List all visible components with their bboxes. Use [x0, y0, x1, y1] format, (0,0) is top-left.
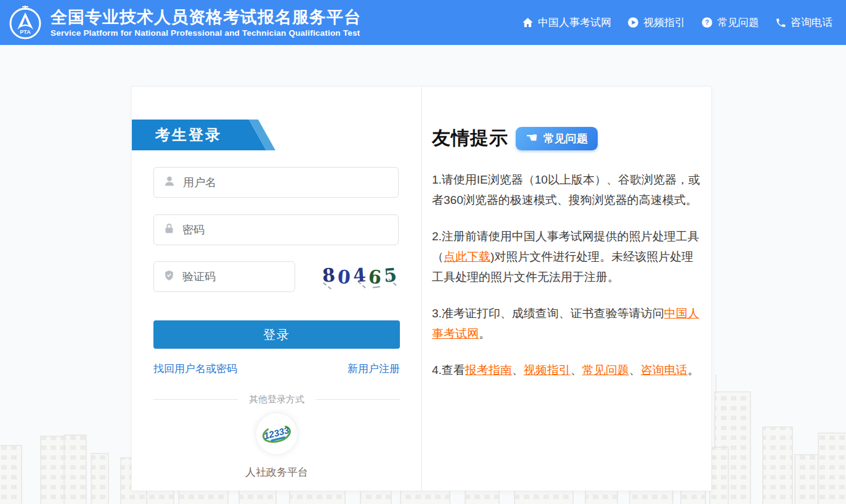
captcha-field-wrap: [153, 261, 295, 292]
nav-label: 中国人事考试网: [538, 15, 611, 30]
question-circle-icon: ?: [701, 17, 713, 28]
tip-paragraph: 3.准考证打印、成绩查询、证书查验等请访问中国人事考试网。: [432, 303, 701, 344]
header-nav: 中国人事考试网 视频指引 ? 常见问题 咨询电话: [522, 0, 832, 45]
tip-paragraph: 4.查看报考指南、视频指引、常见问题、咨询电话。: [432, 360, 701, 380]
username-field-wrap: [153, 167, 399, 198]
sso-12333-logo[interactable]: 12333: [256, 413, 297, 454]
tips-title: 友情提示: [432, 126, 508, 151]
nav-item-video-guide[interactable]: 视频指引: [627, 15, 685, 30]
nav-item-cpta-site[interactable]: 中国人事考试网: [522, 15, 611, 30]
home-icon: [522, 17, 534, 28]
tips-header: 友情提示 ☚ 常见问题: [432, 126, 701, 151]
login-panel-ribbon: 考生登录: [132, 120, 285, 150]
captcha-digit: 4: [352, 264, 367, 286]
tip-link[interactable]: 咨询电话: [641, 364, 688, 376]
tip-paragraph: 1.请使用IE浏览器（10以上版本）、谷歌浏览器，或者360浏览器的极速模式、搜…: [432, 169, 701, 210]
tip-link[interactable]: 常见问题: [582, 364, 629, 376]
captcha-digit: 5: [383, 264, 397, 286]
page-title: 全国专业技术人员资格考试报名服务平台: [51, 8, 361, 26]
logo-text: PTA: [20, 29, 31, 35]
tip-link[interactable]: 视频指引: [524, 364, 571, 376]
phone-icon: [775, 17, 786, 28]
login-button[interactable]: 登录: [153, 320, 400, 349]
captcha-image[interactable]: 80465: [319, 263, 400, 291]
captcha-digit: 6: [368, 266, 382, 288]
tips-list: 1.请使用IE浏览器（10以上版本）、谷歌浏览器，或者360浏览器的极速模式、搜…: [432, 169, 701, 380]
nav-label: 常见问题: [717, 15, 759, 30]
login-panel: 考生登录 80465 登录: [132, 87, 421, 490]
tip-link[interactable]: 报考指南: [465, 364, 512, 376]
divider-line-left: [153, 399, 238, 400]
header-titles: 全国专业技术人员资格考试报名服务平台 Service Platform for …: [51, 8, 361, 38]
tip-link[interactable]: 点此下载: [444, 250, 490, 263]
password-input[interactable]: [182, 215, 398, 245]
pointing-hand-icon: ☚: [526, 131, 538, 145]
other-login-divider: 其他登录方式: [153, 394, 400, 405]
shield-check-icon: [163, 269, 175, 284]
other-login-label: 其他登录方式: [238, 394, 315, 405]
divider-line-right: [315, 399, 400, 400]
username-input[interactable]: [183, 168, 398, 197]
lock-icon: [163, 222, 175, 237]
main-card: 考生登录 80465 登录: [131, 86, 712, 491]
user-icon: [163, 175, 176, 190]
app-header: PTA 全国专业技术人员资格考试报名服务平台 Service Platform …: [0, 0, 846, 45]
login-panel-title: 考生登录: [155, 120, 222, 150]
captcha-digit: 8: [322, 264, 336, 286]
tip-paragraph: 2.注册前请使用中国人事考试网提供的照片处理工具（点此下载)对照片文件进行处理。…: [432, 226, 701, 287]
sso-area: 12333 人社政务平台: [153, 413, 400, 479]
nav-item-faq[interactable]: ? 常见问题: [701, 15, 759, 30]
login-links-row: 找回用户名或密码 新用户注册: [153, 362, 400, 376]
captcha-digit: 0: [337, 266, 351, 288]
nav-label: 视频指引: [643, 15, 685, 30]
captcha-input[interactable]: [182, 262, 325, 291]
nav-label: 咨询电话: [791, 15, 832, 30]
forgot-credentials-link[interactable]: 找回用户名或密码: [153, 362, 237, 376]
nav-item-phone[interactable]: 咨询电话: [775, 15, 832, 30]
cpta-logo: PTA: [9, 5, 42, 41]
svg-text:?: ?: [705, 18, 709, 26]
play-circle-icon: [627, 17, 639, 28]
tips-panel: 友情提示 ☚ 常见问题 1.请使用IE浏览器（10以上版本）、谷歌浏览器，或者3…: [422, 87, 712, 490]
new-user-register-link[interactable]: 新用户注册: [348, 362, 400, 376]
page-subtitle: Service Platform for National Profession…: [51, 28, 361, 38]
sso-platform-label: 人社政务平台: [153, 465, 400, 479]
password-field-wrap: [153, 214, 399, 245]
faq-badge-label: 常见问题: [543, 131, 588, 146]
tip-link[interactable]: 中国人事考试网: [432, 307, 699, 340]
faq-badge-button[interactable]: ☚ 常见问题: [516, 127, 598, 150]
